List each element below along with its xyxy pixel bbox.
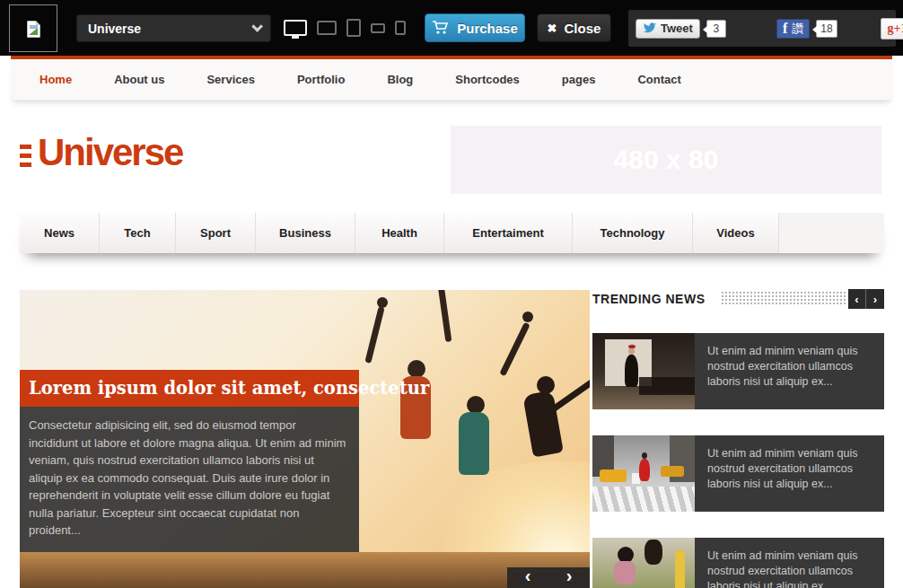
- page: Universe Purchase ✖ Close: [0, 0, 903, 588]
- nav-item-pages[interactable]: pages: [562, 73, 596, 86]
- theme-select-value: Universe: [88, 22, 141, 36]
- tweet-count: 3: [706, 20, 726, 38]
- trending-item[interactable]: Ut enim ad minim veniam quis nostrud exe…: [592, 435, 884, 512]
- twitter-bird-icon: [643, 22, 657, 34]
- trending-thumbnail-street: [592, 435, 695, 512]
- facebook-group: f 讚 18: [726, 19, 837, 39]
- tab-tech[interactable]: Tech: [100, 213, 176, 253]
- chevron-down-icon: [251, 21, 263, 32]
- vendor-logo[interactable]: [9, 4, 57, 52]
- nav-item-home[interactable]: Home: [39, 73, 72, 86]
- trending-thumbnail-shoppers: [592, 538, 695, 588]
- tweet-label: Tweet: [661, 22, 693, 35]
- nav-item-portfolio[interactable]: Portfolio: [297, 73, 345, 86]
- ad-banner-placeholder[interactable]: 480 x 80: [451, 126, 881, 194]
- ad-banner-size: 480 x 80: [614, 145, 719, 175]
- nav-item-services[interactable]: Services: [206, 73, 255, 86]
- trending-title: TRENDING NEWS: [592, 292, 706, 306]
- site-logo[interactable]: Universe: [20, 131, 182, 174]
- social-share-panel: Tweet 3 f 讚 18 g+1 0: [628, 10, 896, 47]
- mobile-portrait-icon[interactable]: [395, 21, 406, 35]
- category-tab-bar: News Tech Sport Business Health Entertai…: [20, 213, 884, 253]
- trending-excerpt: Ut enim ad minim veniam quis nostrud exe…: [695, 538, 884, 588]
- responsive-preview-switcher: [284, 13, 416, 43]
- trending-news-widget: TRENDING NEWS ‹ › Ut enim ad minim venia…: [592, 289, 884, 588]
- trending-thumbnail-runway: [592, 333, 695, 409]
- slider-nav: ‹ ›: [507, 567, 590, 588]
- facebook-count: 18: [816, 20, 837, 38]
- tab-health[interactable]: Health: [355, 213, 444, 253]
- preview-toolbar: Universe Purchase ✖ Close: [0, 0, 903, 56]
- tablet-landscape-icon[interactable]: [317, 21, 337, 35]
- dotted-divider: [721, 291, 846, 306]
- site-name: Universe: [38, 131, 182, 174]
- slider-next-button[interactable]: ›: [548, 567, 590, 588]
- featured-slider[interactable]: Lorem ipsum dolor sit amet, consectetur …: [20, 290, 590, 588]
- nav-item-shortcodes[interactable]: Shortcodes: [455, 73, 520, 86]
- gplus-label: g+1: [888, 22, 903, 36]
- tweet-button[interactable]: Tweet: [636, 19, 700, 39]
- slide-excerpt: Consectetur adipisicing elit, sed do eiu…: [20, 407, 359, 552]
- trending-header: TRENDING NEWS ‹ ›: [592, 289, 884, 309]
- gplus-group: g+1 0: [837, 18, 903, 39]
- broken-image-icon: [27, 21, 40, 38]
- main-nav-wrap: Home About us Services Portfolio Blog Sh…: [11, 56, 892, 101]
- slide-headline-bar: Lorem ipsum dolor sit amet, consectetur: [20, 370, 359, 407]
- slider-prev-button[interactable]: ‹: [507, 567, 548, 588]
- trending-item[interactable]: Ut enim ad minim veniam quis nostrud exe…: [592, 538, 884, 588]
- tab-entertaiment[interactable]: Entertaiment: [444, 213, 573, 253]
- cart-icon: [432, 21, 450, 35]
- mobile-landscape-icon[interactable]: [371, 23, 385, 33]
- trending-prev-button[interactable]: ‹: [848, 289, 866, 309]
- tab-videos[interactable]: Videos: [693, 213, 779, 253]
- trending-item[interactable]: Ut enim ad minim veniam quis nostrud exe…: [592, 333, 884, 409]
- tablet-portrait-icon[interactable]: [346, 19, 361, 37]
- trending-pager: ‹ ›: [848, 289, 884, 309]
- tab-technology[interactable]: Technology: [573, 213, 693, 253]
- theme-select-dropdown[interactable]: Universe: [76, 14, 271, 42]
- trending-excerpt: Ut enim ad minim veniam quis nostrud exe…: [695, 333, 884, 409]
- facebook-icon: f: [783, 21, 787, 37]
- close-icon: ✖: [548, 22, 557, 35]
- slide-headline: Lorem ipsum dolor sit amet, consectetur: [29, 378, 429, 399]
- trending-excerpt: Ut enim ad minim veniam quis nostrud exe…: [695, 435, 884, 512]
- purchase-button[interactable]: Purchase: [425, 13, 525, 42]
- tweet-group: Tweet 3: [628, 19, 726, 39]
- purchase-label: Purchase: [457, 21, 518, 36]
- main-nav: Home About us Services Portfolio Blog Sh…: [11, 59, 892, 101]
- trending-next-button[interactable]: ›: [866, 289, 884, 309]
- gplus-button[interactable]: g+1: [881, 18, 903, 39]
- tab-sport[interactable]: Sport: [176, 213, 256, 253]
- close-button[interactable]: ✖ Close: [537, 13, 611, 42]
- nav-item-contact[interactable]: Contact: [637, 73, 680, 86]
- facebook-like-label: 讚: [792, 21, 803, 37]
- tab-news[interactable]: News: [20, 213, 100, 253]
- logo-dashes-icon: [20, 145, 31, 167]
- facebook-like-button[interactable]: f 讚: [776, 19, 810, 39]
- close-label: Close: [565, 21, 601, 36]
- nav-item-blog[interactable]: Blog: [387, 73, 413, 86]
- tab-business[interactable]: Business: [256, 213, 355, 253]
- nav-item-about-us[interactable]: About us: [114, 73, 164, 86]
- desktop-icon[interactable]: [284, 20, 307, 36]
